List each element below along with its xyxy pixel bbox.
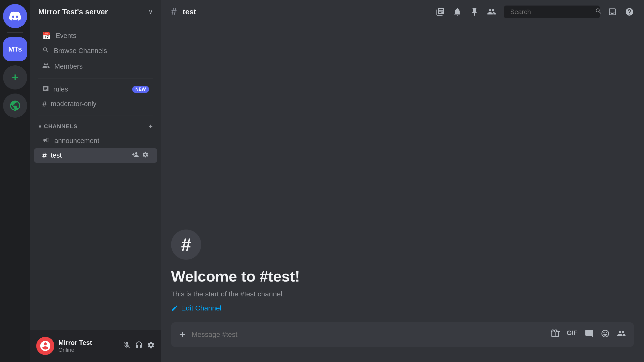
- gift-icon[interactable]: [551, 329, 560, 340]
- channel-item-rules[interactable]: rules NEW: [34, 82, 157, 96]
- settings-icon[interactable]: [142, 151, 149, 160]
- sidebar-item-events[interactable]: 📅 Events: [34, 29, 157, 43]
- welcome-channel-icon: #: [171, 230, 201, 260]
- pin-icon[interactable]: [470, 7, 479, 16]
- mute-button[interactable]: [123, 341, 131, 351]
- invite-icon[interactable]: [132, 151, 139, 160]
- members-icon: [42, 62, 50, 71]
- rules-icon: [42, 85, 49, 94]
- avatar: [36, 337, 54, 355]
- announcement-icon: [42, 137, 50, 145]
- top-bar: # test: [161, 0, 644, 24]
- top-bar-actions: [436, 6, 634, 18]
- deafen-button[interactable]: [135, 341, 143, 351]
- thread-icon[interactable]: [436, 7, 445, 16]
- hash-test-icon: #: [42, 151, 47, 160]
- user-status: Online: [58, 347, 119, 353]
- sidebar-item-members[interactable]: Members: [34, 59, 157, 74]
- search-icon: [595, 8, 602, 16]
- channel-item-moderator-only[interactable]: # moderator-only: [34, 97, 157, 111]
- events-icon: 📅: [42, 32, 51, 40]
- message-bar-actions: GIF: [551, 329, 626, 340]
- server-icon-mts[interactable]: MTs: [3, 37, 27, 61]
- user-info: Mirror Test Online: [58, 339, 119, 353]
- message-input[interactable]: [192, 331, 545, 339]
- members-list-icon[interactable]: [487, 7, 496, 16]
- server-divider: [7, 32, 23, 33]
- chevron-down-icon: ∨: [148, 8, 153, 15]
- channel-hash-icon: #: [171, 6, 177, 18]
- welcome-desc: This is the start of the #test channel.: [171, 290, 634, 298]
- inbox-icon[interactable]: [608, 7, 617, 16]
- channel-item-announcement[interactable]: announcement: [34, 134, 157, 148]
- edit-channel-link[interactable]: Edit Channel: [171, 304, 634, 312]
- add-server-button[interactable]: +: [3, 65, 27, 89]
- message-bar: + GIF: [171, 322, 634, 347]
- server-name: Mirror Test's server: [38, 8, 108, 16]
- category-channels[interactable]: ∨ CHANNELS +: [30, 119, 161, 133]
- server-header[interactable]: Mirror Test's server ∨: [30, 0, 161, 24]
- sidebar-item-browse-channels[interactable]: Browse Channels: [34, 43, 157, 58]
- explore-servers-button[interactable]: [3, 94, 27, 118]
- user-actions: [123, 341, 155, 351]
- emoji-icon[interactable]: [601, 329, 610, 340]
- channel-separator: [38, 78, 153, 78]
- main-content: # test: [161, 0, 644, 362]
- channel-actions: [132, 151, 149, 160]
- server-sidebar: MTs +: [0, 0, 30, 362]
- channel-header-name: test: [183, 8, 196, 16]
- browse-channels-icon: [42, 47, 49, 55]
- search-input[interactable]: [510, 8, 592, 16]
- chat-area: # Welcome to #test! This is the start of…: [161, 24, 644, 362]
- channel-sidebar: Mirror Test's server ∨ 📅 Events Browse C…: [30, 0, 161, 362]
- new-badge: NEW: [132, 86, 149, 93]
- search-bar[interactable]: [504, 6, 600, 18]
- notification-icon[interactable]: [453, 7, 462, 16]
- category-chevron-icon: ∨: [38, 124, 42, 129]
- add-channel-button[interactable]: +: [148, 122, 153, 130]
- gif-icon[interactable]: GIF: [567, 329, 578, 340]
- channel-item-test[interactable]: # test: [34, 148, 157, 163]
- user-panel: Mirror Test Online: [30, 330, 161, 362]
- welcome-title: Welcome to #test!: [171, 268, 634, 285]
- people-icon[interactable]: [617, 329, 626, 340]
- settings-button[interactable]: [147, 341, 155, 351]
- username: Mirror Test: [58, 339, 119, 347]
- channel-separator-2: [38, 115, 153, 115]
- welcome-section: # Welcome to #test! This is the start of…: [171, 219, 634, 322]
- add-attachment-button[interactable]: +: [179, 328, 186, 341]
- help-icon[interactable]: [625, 7, 634, 16]
- channel-list: 📅 Events Browse Channels Members rules N…: [30, 24, 161, 330]
- discord-home-icon[interactable]: [3, 4, 27, 28]
- sticker-icon[interactable]: [585, 329, 594, 340]
- hash-icon: #: [42, 99, 47, 109]
